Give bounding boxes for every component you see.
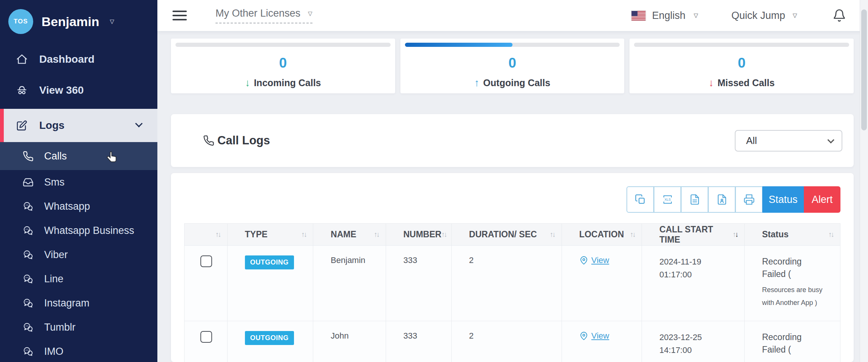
app-window: TOS Benjamin ▽ Dashboard View 360 Logs [0, 0, 868, 362]
sidebar-nav: Dashboard View 360 Logs Calls Sms [0, 47, 157, 362]
progress-track [175, 43, 391, 47]
view-location-link[interactable]: View [579, 331, 609, 341]
status-button[interactable]: Status [762, 186, 804, 213]
arrow-down-icon: ↓ [245, 77, 250, 89]
name-cell: Benjamin [313, 246, 386, 321]
language-selector[interactable]: English ▽ [631, 10, 698, 22]
user-menu[interactable]: TOS Benjamin ▽ [0, 0, 157, 42]
location-pin-icon [579, 255, 588, 265]
home-icon [16, 53, 28, 65]
sidebar-item-sms[interactable]: Sms [0, 170, 157, 194]
status-text: Recording Failed ( [762, 331, 822, 356]
call-type-badge: OUTGOING [245, 331, 294, 345]
sort-icon: ↑↓ [301, 231, 306, 239]
sidebar-item-whatsapp-business[interactable]: Whatsapp Business [0, 218, 157, 243]
status-text: Recording Failed ( [762, 255, 822, 280]
sidebar-item-dashboard[interactable]: Dashboard [0, 47, 157, 72]
topbar-right: English ▽ Quick Jump ▽ [631, 8, 846, 23]
sidebar-item-label: Calls [44, 150, 67, 162]
inbox-icon [23, 177, 34, 188]
sidebar: TOS Benjamin ▽ Dashboard View 360 Logs [0, 0, 157, 362]
outgoing-calls-value: 0 [405, 55, 620, 71]
spy-icon [16, 84, 28, 96]
filter-select[interactable]: All [735, 130, 842, 152]
sidebar-item-label: Logs [39, 119, 65, 131]
name-cell: John [313, 321, 386, 362]
column-header-name[interactable]: NAME ↑↓ [313, 224, 386, 246]
sidebar-item-view360[interactable]: View 360 [0, 78, 157, 103]
quick-jump-dropdown[interactable]: Quick Jump ▽ [731, 10, 797, 22]
licenses-dropdown[interactable]: My Other Licenses ▽ [215, 8, 312, 23]
copy-button[interactable] [626, 186, 654, 213]
sidebar-item-label: Whatsapp [44, 201, 90, 212]
view-location-link[interactable]: View [579, 255, 609, 265]
table-row: OUTGOING John 333 2 View 2 [185, 321, 840, 362]
progress-track [634, 43, 849, 47]
sidebar-item-label: Tumblr [44, 322, 75, 333]
outgoing-calls-card: 0 ↑ Outgoing Calls [400, 39, 625, 93]
column-header-duration[interactable]: DURATION/ SEC ↑↓ [451, 224, 562, 246]
chat-icon [23, 298, 34, 309]
sidebar-item-label: Viber [44, 249, 68, 261]
avatar: TOS [8, 9, 33, 34]
column-header-select[interactable]: ↑↓ [185, 224, 228, 246]
main-area: My Other Licenses ▽ Engli [157, 0, 868, 362]
chat-icon [23, 322, 34, 333]
call-logs-header-card: Call Logs All [171, 114, 854, 167]
print-button[interactable] [735, 186, 762, 213]
notification-bell-icon[interactable] [833, 8, 846, 23]
sort-icon-active: ↑↓ [733, 231, 737, 239]
export-pdf-button[interactable] [708, 186, 735, 213]
scrollbar-thumb[interactable] [861, 9, 867, 130]
incoming-calls-card: 0 ↓ Incoming Calls [171, 39, 395, 93]
column-header-type[interactable]: TYPE ↑↓ [227, 224, 313, 246]
chat-icon [23, 225, 34, 236]
sidebar-item-imo[interactable]: IMO [0, 339, 157, 362]
hamburger-menu-button[interactable] [172, 11, 187, 20]
table-row: OUTGOING Benjamin 333 2 View [185, 246, 840, 321]
language-label: English [652, 10, 686, 22]
sort-icon: ↑↓ [550, 231, 555, 239]
column-header-status[interactable]: Status ↑↓ [745, 224, 840, 246]
duration-cell: 2 [451, 246, 562, 321]
vertical-scrollbar[interactable] [860, 0, 868, 362]
sort-icon: ↑↓ [442, 231, 446, 239]
sidebar-item-calls[interactable]: Calls [0, 142, 157, 170]
export-csv-button[interactable] [681, 186, 708, 213]
chevron-down-icon [135, 120, 143, 127]
progress-fill [405, 43, 512, 47]
chat-icon [23, 274, 34, 285]
sidebar-item-tumblr[interactable]: Tumblr [0, 315, 157, 339]
sidebar-item-label: Sms [44, 176, 65, 188]
chat-icon [23, 201, 34, 212]
call-logs-table: ↑↓ TYPE ↑↓ NAME ↑↓ NUMBER [184, 223, 840, 362]
alert-button[interactable]: Alert [804, 186, 840, 213]
sidebar-item-viber[interactable]: Viber [0, 243, 157, 267]
table-toolbar: Status Alert [184, 186, 840, 213]
excel-icon [662, 194, 673, 205]
chevron-down-icon [827, 136, 834, 143]
row-checkbox[interactable] [200, 255, 212, 267]
licenses-label: My Other Licenses [215, 8, 300, 19]
column-header-location[interactable]: LOCATION ↑↓ [562, 224, 642, 246]
pdf-icon [716, 194, 728, 205]
sidebar-item-logs[interactable]: Logs [0, 109, 157, 142]
printer-icon [743, 194, 755, 205]
call-logs-table-card: Status Alert ↑↓ [171, 173, 854, 362]
row-checkbox[interactable] [200, 331, 212, 343]
stats-row: 0 ↓ Incoming Calls 0 ↑ Outgoing Calls [171, 39, 854, 93]
sidebar-item-instagram[interactable]: Instagram [0, 291, 157, 315]
duration-cell: 2 [451, 321, 562, 362]
sidebar-item-whatsapp[interactable]: Whatsapp [0, 194, 157, 218]
column-header-number[interactable]: NUMBER ↑↓ [386, 224, 451, 246]
sidebar-item-line[interactable]: Line [0, 267, 157, 291]
export-excel-button[interactable] [654, 186, 681, 213]
chevron-down-icon: ▽ [110, 18, 114, 25]
content: 0 ↓ Incoming Calls 0 ↑ Outgoing Calls [157, 31, 868, 362]
logs-submenu: Calls Sms Whatsapp Whatsapp Business [0, 142, 157, 362]
column-header-call-start-time[interactable]: CALL START TIME ↑↓ [642, 224, 745, 246]
status-detail-text: Resources are busy with Another App ) [762, 283, 824, 309]
chevron-down-icon: ▽ [694, 12, 698, 19]
topbar: My Other Licenses ▽ Engli [157, 0, 868, 31]
call-type-badge: OUTGOING [245, 255, 294, 269]
